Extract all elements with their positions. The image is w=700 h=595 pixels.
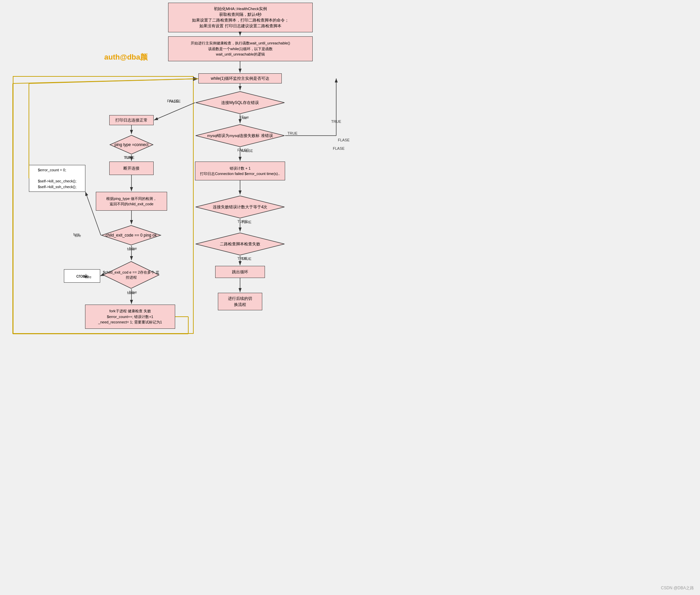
secondary-check-diamond: 二路检查脚本检查失败: [195, 232, 285, 256]
error-count-plus-text: 错误计数 + 1 打印日志Connection failed $error_co…: [200, 166, 280, 177]
ture-ping: TURE: [124, 155, 134, 160]
failover-box: 进行后续的切 换流程: [218, 293, 262, 310]
child-exit-zero-text: child_exit_code == 0 ping ok: [105, 232, 157, 238]
print-normal-box: 打印日志连接正常: [109, 115, 154, 125]
csdn-label: CSDN @DBA之路: [661, 585, 694, 591]
mysql-connect-error-text: 连接MySQL存在错误: [221, 100, 259, 106]
main-loop-start: 开始进行主实例健康检查，执行函数wait_until_unreachable()…: [168, 36, 313, 61]
error-count-plus-box: 错误计数 + 1 打印日志Connection failed $error_co…: [195, 162, 285, 180]
watermark: auth@dba颜: [104, 52, 148, 62]
false-std-below: FALSE: [241, 149, 253, 153]
while-box: while(1)循环监控主实例是否可达: [199, 74, 282, 83]
true-mysql-down: True: [241, 115, 249, 119]
error-count-box: $error_count = 0; $self->kill_sec_check(…: [29, 165, 85, 192]
true-upper-label: TRUE: [331, 119, 341, 123]
svg-line-40: [29, 79, 199, 83]
flase-right: FLASE: [338, 138, 350, 142]
child-exit-two-text: $child_exit_cod e == 2存在多个 监控进程: [102, 270, 160, 280]
ture-exit-two: ture: [83, 274, 89, 278]
ping-type-diamond: ping type =connect: [109, 135, 154, 155]
mysql-error-std-diamond: mysql错误为mysql连接失败标 准错误: [195, 124, 285, 147]
ture-exit-zero: ture: [74, 233, 81, 237]
ping-type-text: ping type =connect: [114, 142, 148, 148]
connect-fail-4-diamond: 连接失败错误计数大于等于4次: [195, 195, 285, 219]
while-box-text: while(1)循环监控主实例是否可达: [211, 75, 269, 81]
fork-fail-text: fork子进程 健康检查 失败 $error_count++; 错误计数+1 _…: [98, 308, 162, 325]
child-exit-code-box-text: 根据ping_type 做不同的检测， 返回不同的child_exit_code: [106, 196, 157, 207]
child-exit-code-box: 根据ping_type 做不同的检测， 返回不同的child_exit_code: [96, 192, 167, 211]
init-box: 初始化MHA::HealthCheck实例 获取检查间隔，默认4秒 如果设置了二…: [168, 3, 313, 32]
fork-fail-box: fork子进程 健康检查 失败 $error_count++; 错误计数+1 _…: [85, 305, 175, 329]
exit-loop-text: 跳出循环: [232, 269, 248, 275]
main-loop-text: 开始进行主实例健康检查，执行函数wait_until_unreachable()…: [191, 40, 290, 57]
flase-label: FLASE: [333, 146, 345, 150]
print-normal-text: 打印日志连接正常: [115, 117, 148, 123]
true-upper-right: TRUE: [287, 131, 298, 135]
svg-line-48: [13, 79, 199, 83]
child-exit-two-diamond: $child_exit_cod e == 2存在多个 监控进程: [102, 261, 160, 289]
false-exit-two: false: [129, 290, 137, 294]
false-exit-zero: false: [129, 246, 137, 250]
mysql-error-std-text: mysql错误为mysql连接失败标 准错误: [207, 133, 273, 138]
error-count-text: $error_count = 0; $self->kill_sec_check(…: [38, 167, 77, 190]
true-secondary: TRUE: [241, 257, 251, 261]
svg-line-33: [154, 103, 195, 120]
disconnect-box: 断开连接: [109, 162, 154, 175]
ture-connect-fail: TURE: [241, 220, 251, 224]
mysql-connect-error-diamond: 连接MySQL存在错误: [195, 91, 285, 114]
exit-loop-box: 跳出循环: [215, 266, 265, 278]
init-box-text: 初始化MHA::HealthCheck实例 获取检查间隔，默认4秒 如果设置了二…: [192, 6, 289, 29]
connect-fail-4-text: 连接失败错误计数大于等于4次: [213, 204, 268, 210]
failover-text: 进行后续的切 换流程: [228, 295, 252, 308]
false-mysql-connect: FALSE: [167, 99, 179, 103]
disconnect-text: 断开连接: [123, 165, 140, 171]
child-exit-zero-diamond: child_exit_code == 0 ping ok: [101, 225, 161, 246]
croak-box: croak: [64, 269, 100, 283]
secondary-check-text: 二路检查脚本检查失败: [220, 241, 260, 247]
svg-line-42: [100, 275, 102, 276]
